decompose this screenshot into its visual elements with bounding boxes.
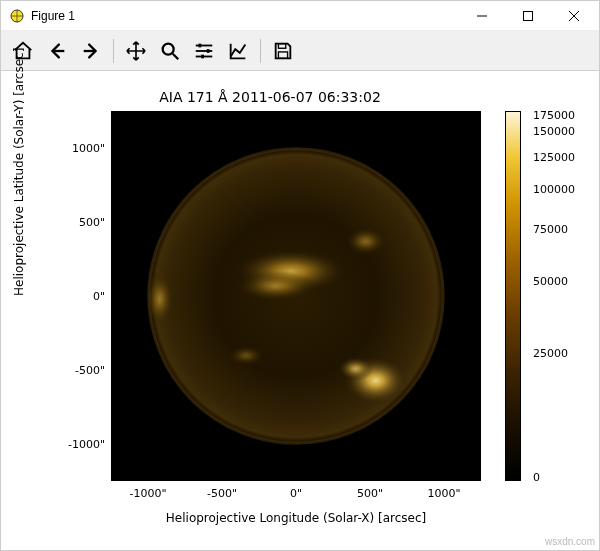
minimize-button[interactable] (459, 1, 505, 31)
toolbar (1, 31, 599, 71)
y-tick: 0" (93, 290, 105, 303)
axes-icon (227, 40, 249, 62)
svg-point-23 (346, 227, 386, 255)
colorbar-tick: 75000 (533, 223, 568, 236)
back-icon (46, 40, 68, 62)
close-icon (569, 11, 579, 21)
pan-icon (125, 40, 147, 62)
titlebar: Figure 1 (1, 1, 599, 31)
x-tick: -1000" (129, 487, 166, 500)
back-button[interactable] (41, 35, 73, 67)
svg-rect-2 (524, 11, 533, 20)
svg-rect-14 (278, 51, 287, 57)
colorbar-tick: 100000 (533, 183, 575, 196)
colorbar-tick: 125000 (533, 151, 575, 164)
app-icon (9, 8, 25, 24)
image-plot[interactable] (111, 111, 481, 481)
svg-point-5 (163, 43, 174, 54)
x-tick: 500" (357, 487, 383, 500)
x-tick: -500" (207, 487, 237, 500)
forward-button[interactable] (75, 35, 107, 67)
colorbar[interactable] (505, 111, 521, 481)
forward-icon (80, 40, 102, 62)
chart-title: AIA 171 Å 2011-06-07 06:33:02 (1, 89, 539, 105)
sliders-icon (193, 40, 215, 62)
separator (260, 39, 261, 63)
colorbar-tick: 175000 (533, 109, 575, 122)
svg-point-24 (228, 346, 264, 366)
colorbar-tick: 0 (533, 471, 540, 484)
svg-point-21 (338, 357, 374, 381)
save-button[interactable] (267, 35, 299, 67)
configure-button[interactable] (188, 35, 220, 67)
x-tick: 0" (290, 487, 302, 500)
svg-line-6 (173, 53, 179, 59)
y-tick: 1000" (72, 142, 105, 155)
colorbar-tick: 50000 (533, 275, 568, 288)
sun-image (112, 112, 480, 480)
y-tick: -500" (75, 364, 105, 377)
svg-rect-11 (207, 49, 210, 53)
svg-point-19 (236, 271, 316, 301)
window-title: Figure 1 (31, 9, 459, 23)
x-axis-label: Helioprojective Longitude (Solar-X) [arc… (111, 511, 481, 525)
watermark: wsxdn.com (545, 536, 595, 547)
y-axis-label: Helioprojective Latitude (Solar-Y) [arcs… (12, 48, 26, 296)
svg-point-22 (146, 273, 174, 325)
maximize-button[interactable] (505, 1, 551, 31)
minimize-icon (477, 11, 487, 21)
x-tick: 1000" (427, 487, 460, 500)
plot-area: AIA 171 Å 2011-06-07 06:33:02 (1, 71, 599, 550)
separator (113, 39, 114, 63)
svg-rect-10 (199, 43, 202, 47)
axes-button[interactable] (222, 35, 254, 67)
save-icon (272, 40, 294, 62)
y-tick: 500" (79, 216, 105, 229)
svg-rect-12 (201, 54, 204, 58)
maximize-icon (523, 11, 533, 21)
zoom-button[interactable] (154, 35, 186, 67)
app-window: Figure 1 (0, 0, 600, 551)
y-tick: -1000" (68, 438, 105, 451)
colorbar-tick: 25000 (533, 347, 568, 360)
colorbar-tick: 150000 (533, 125, 575, 138)
pan-button[interactable] (120, 35, 152, 67)
zoom-icon (159, 40, 181, 62)
close-button[interactable] (551, 1, 597, 31)
